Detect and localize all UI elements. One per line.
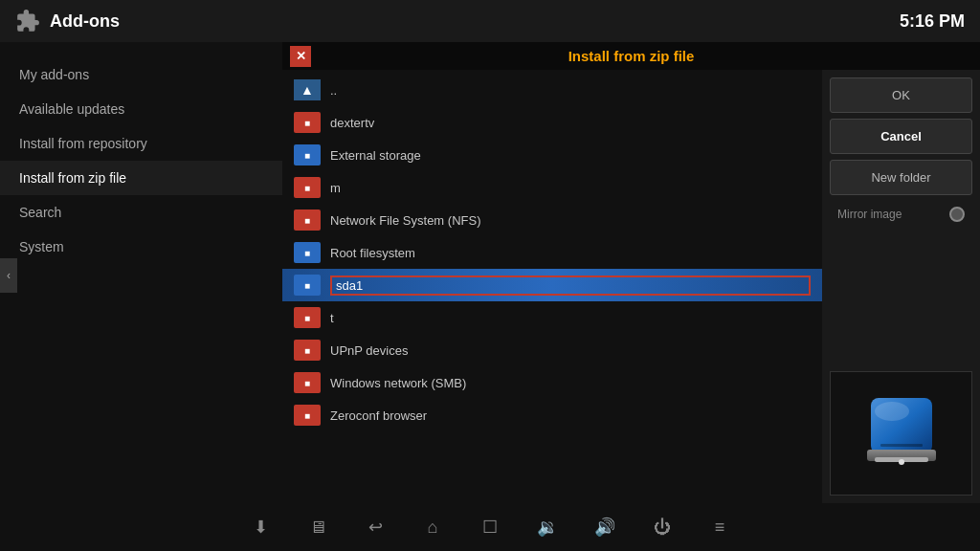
sidebar-item-available-updates[interactable]: Available updates	[0, 92, 282, 126]
mirror-image-row: Mirror image	[830, 201, 972, 228]
install-from-zip-dialog: ✕ Install from zip file ▲..■dextertv■Ext…	[282, 42, 980, 503]
file-icon-up: ▲	[294, 79, 321, 100]
file-item-network-file-system[interactable]: ■Network File System (NFS)	[282, 204, 822, 236]
dialog-close-button[interactable]: ✕	[290, 46, 311, 67]
dialog-body: ▲..■dextertv■External storage■m■Network …	[282, 70, 980, 503]
file-icon-blue: ■	[294, 144, 321, 165]
toolbar-power-icon[interactable]: ⏻	[649, 518, 676, 538]
dialog-titlebar: ✕ Install from zip file	[282, 42, 980, 70]
file-name-upnp-devices: UPnP devices	[330, 343, 811, 358]
file-name-root-filesystem: Root filesystem	[330, 246, 811, 260]
file-icon-blue: ■	[294, 275, 321, 296]
toolbar-back-icon[interactable]: ↩	[362, 517, 389, 538]
svg-point-1	[875, 402, 909, 421]
sidebar-item-my-addons[interactable]: My add-ons	[0, 57, 282, 92]
mirror-image-toggle[interactable]	[949, 207, 965, 222]
sidebar-collapse-button[interactable]: ‹	[0, 258, 17, 293]
drive-image	[863, 390, 940, 476]
sidebar-item-system[interactable]: System	[0, 230, 282, 264]
puzzle-icon	[15, 9, 40, 33]
file-icon-red: ■	[294, 177, 321, 198]
file-icon-red: ■	[294, 372, 321, 393]
file-name-network-file-system: Network File System (NFS)	[330, 213, 811, 228]
sidebar: My add-onsAvailable updatesInstall from …	[0, 42, 282, 503]
app-title: Add-ons	[50, 11, 120, 32]
header-left: Add-ons	[15, 9, 120, 33]
toolbar-download-icon[interactable]: ⬇	[247, 517, 274, 538]
file-name-t: t	[330, 311, 811, 325]
file-icon-red: ■	[294, 112, 321, 133]
header: Add-ons 5:16 PM	[0, 0, 980, 42]
toolbar: ⬇ 🖥 ↩ ⌂ ☐ 🔉 🔊 ⏻ ≡	[0, 503, 980, 551]
file-icon-blue: ■	[294, 242, 321, 263]
toolbar-menu-icon[interactable]: ≡	[706, 518, 733, 538]
file-icon-red: ■	[294, 405, 321, 426]
svg-rect-5	[880, 444, 923, 447]
toolbar-volume-down-icon[interactable]: 🔉	[534, 517, 561, 538]
sidebar-item-search[interactable]: Search	[0, 195, 282, 230]
toolbar-home-icon[interactable]: ⌂	[419, 518, 446, 538]
file-name-sda1: sda1	[330, 276, 811, 296]
ok-button[interactable]: OK	[830, 77, 972, 113]
toolbar-screen-icon[interactable]: 🖥	[304, 518, 331, 538]
file-item-sda1[interactable]: ■sda1	[282, 269, 822, 301]
file-name-zeroconf-browser: Zeroconf browser	[330, 408, 811, 423]
file-list: ▲..■dextertv■External storage■m■Network …	[282, 70, 822, 503]
right-panel: OK Cancel New folder Mirror image	[822, 70, 980, 503]
file-item-upnp-devices[interactable]: ■UPnP devices	[282, 334, 822, 366]
file-icon-red: ■	[294, 307, 321, 328]
file-name-m: m	[330, 181, 811, 195]
mirror-image-label: Mirror image	[837, 208, 902, 221]
clock: 5:16 PM	[900, 11, 965, 32]
sidebar-item-install-from-repository[interactable]: Install from repository	[0, 126, 282, 161]
file-name-windows-network: Windows network (SMB)	[330, 376, 811, 390]
file-item-parent[interactable]: ▲..	[282, 74, 822, 106]
drive-preview	[830, 371, 972, 496]
svg-point-4	[899, 459, 904, 465]
file-name-external-storage: External storage	[330, 148, 811, 163]
file-item-dextertv[interactable]: ■dextertv	[282, 106, 822, 139]
file-item-t[interactable]: ■t	[282, 301, 822, 334]
file-item-m[interactable]: ■m	[282, 171, 822, 204]
file-name-dextertv: dextertv	[330, 116, 811, 130]
toolbar-volume-up-icon[interactable]: 🔊	[591, 517, 618, 538]
file-icon-red: ■	[294, 209, 321, 231]
file-item-root-filesystem[interactable]: ■Root filesystem	[282, 236, 822, 269]
toolbar-window-icon[interactable]: ☐	[477, 517, 503, 538]
cancel-button[interactable]: Cancel	[830, 119, 972, 154]
new-folder-button[interactable]: New folder	[830, 160, 972, 195]
file-icon-red: ■	[294, 340, 321, 361]
file-name-parent: ..	[330, 83, 811, 98]
dialog-title: Install from zip file	[294, 48, 969, 64]
file-item-windows-network[interactable]: ■Windows network (SMB)	[282, 366, 822, 399]
file-item-zeroconf-browser[interactable]: ■Zeroconf browser	[282, 399, 822, 431]
sidebar-item-install-from-zip[interactable]: Install from zip file	[0, 161, 282, 195]
file-item-external-storage[interactable]: ■External storage	[282, 139, 822, 171]
